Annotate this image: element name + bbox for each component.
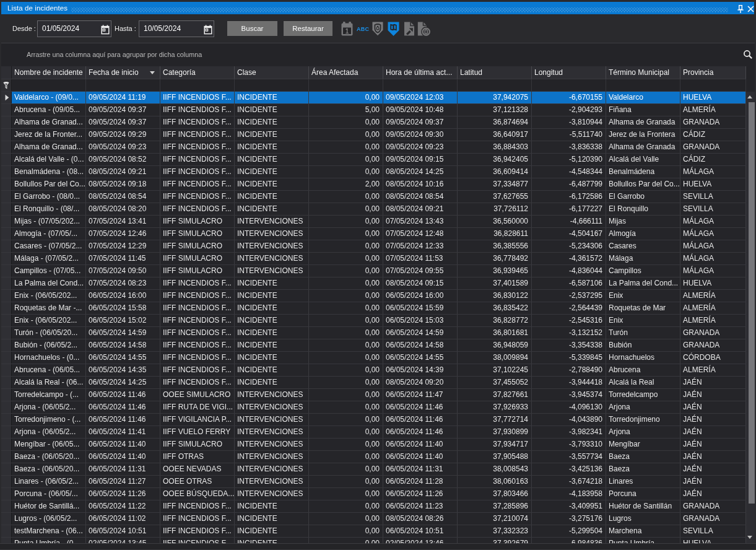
svg-text:1: 1 — [345, 27, 349, 35]
